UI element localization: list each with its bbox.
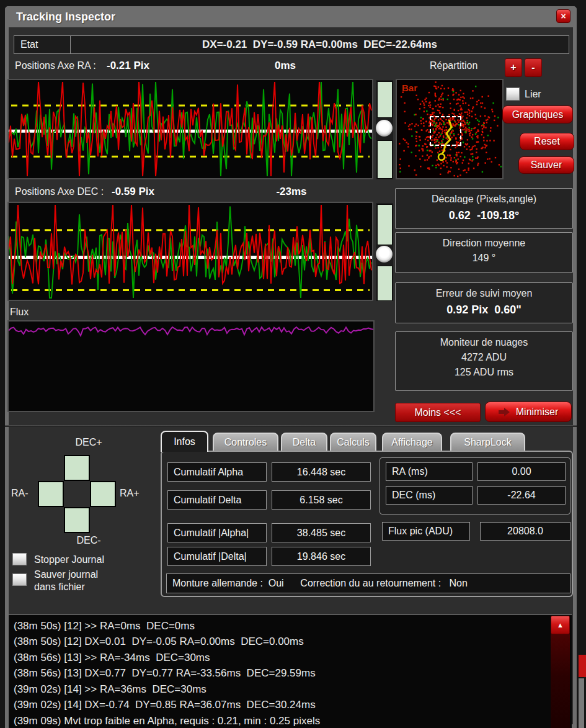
cumulatif-abs-alpha-value: 38.485 sec	[272, 523, 371, 542]
ra-scale-slider	[376, 80, 393, 179]
background-window-fragment-red	[579, 655, 586, 677]
scroll-up-icon: ▲	[557, 621, 564, 629]
tab-affichage[interactable]: Affichage	[382, 433, 442, 451]
ra-ms-value: 0ms	[236, 60, 335, 72]
flux-waveform	[9, 321, 373, 411]
ra-graph	[7, 79, 373, 179]
flux-pic-label: Flux pic (ADU)	[382, 522, 470, 541]
direction-title: Direction moyenne	[443, 238, 525, 249]
dec-slider-track-bottom	[377, 266, 393, 301]
minimize-arrow-icon	[499, 408, 511, 416]
window-titlebar: Tracking Inspector	[5, 6, 577, 27]
page-title: Tracking Inspector	[16, 11, 115, 24]
cumulatif-abs-delta-label: Cumulatif |Delta|	[167, 547, 267, 566]
nuages-box: Moniteur de nuages 4272 ADU 125 ADU rms	[395, 331, 573, 391]
log-line: (38m 50s) [12] >> RA=0ms DEC=0ms	[14, 620, 195, 632]
nuages-adu: 4272 ADU	[461, 352, 507, 363]
close-button[interactable]: ×	[556, 9, 570, 23]
flux-graph	[7, 320, 375, 412]
etat-label: Etat	[14, 36, 71, 53]
stopper-journal-checkbox[interactable]	[12, 553, 27, 565]
scatter-bar-label: Bar	[402, 83, 417, 93]
sauver-journal-label-line2: dans fichier	[34, 582, 85, 593]
ra-ms-label: RA (ms)	[386, 462, 473, 481]
tab-infos[interactable]: Infos	[161, 431, 208, 452]
dec-scale-slider	[376, 203, 393, 301]
dec-plus-button[interactable]	[64, 455, 90, 481]
erreur-box: Erreur de suivi moyen 0.92 Pix 0.60"	[395, 282, 573, 323]
dec-ms-field-value: -22.64	[477, 486, 566, 505]
log-line: (39m 02s) [14] DX=-0.74 DY=0.85 RA=36.07…	[14, 699, 316, 711]
cumulatif-delta-label: Cumulatif Delta	[167, 490, 267, 510]
flux-pic-value: 20808.0	[480, 522, 570, 541]
zoom-plus-button[interactable]: +	[505, 58, 522, 77]
graphiques-button[interactable]: Graphiques	[502, 106, 573, 124]
lock-region-box	[430, 116, 461, 146]
decalage-value: 0.62 -109.18°	[449, 209, 519, 222]
nuages-rms: 125 ADU rms	[455, 367, 513, 378]
ra-slider-knob[interactable]	[376, 120, 393, 137]
ra-slider-track-top	[377, 81, 393, 118]
decalage-box: Décalage (Pixels,angle) 0.62 -109.18°	[395, 188, 573, 229]
dec-ms-label: DEC (ms)	[386, 486, 473, 505]
dec-graph	[7, 202, 373, 301]
lier-checkbox[interactable]	[506, 88, 520, 101]
dec-slider-knob[interactable]	[376, 246, 393, 263]
sauver-journal-label-line1: Sauver journal	[34, 569, 98, 580]
tab-calculs[interactable]: Calculs	[330, 433, 376, 451]
log-scrollbar-track[interactable]	[551, 634, 570, 728]
nuages-title: Moniteur de nuages	[440, 337, 528, 348]
log-scroll-up-button[interactable]: ▲	[551, 616, 570, 634]
cumulatif-delta-value: 6.158 sec	[272, 490, 371, 510]
log-line: (38m 50s) [12] DX=0.01 DY=-0.05 RA=0.00m…	[14, 636, 304, 648]
zoom-minus-button[interactable]: -	[525, 58, 542, 77]
close-icon: ×	[561, 12, 566, 20]
sauver-journal-checkbox[interactable]	[12, 573, 27, 586]
erreur-title: Erreur de suivi moyen	[436, 288, 533, 299]
decalage-title: Décalage (Pixels,angle)	[432, 194, 536, 205]
monture-status: Monture allemande : Oui Correction du au…	[166, 573, 570, 593]
sauver-button[interactable]: Sauver	[518, 156, 574, 174]
flux-label: Flux	[10, 307, 29, 318]
dec-minus-button[interactable]	[64, 507, 90, 533]
tab-controles[interactable]: Controles	[213, 433, 278, 451]
minimiser-button[interactable]: Minimiser	[485, 402, 572, 422]
ra-pix-value: -0.21 Pix	[107, 60, 149, 72]
cumulatif-abs-delta-value: 19.846 sec	[272, 547, 371, 566]
stopper-journal-label: Stopper Journal	[34, 554, 104, 565]
dec-slider-track-top	[377, 204, 393, 245]
dec-axis-label: Positions Axe DEC :	[15, 186, 104, 197]
cumulatif-abs-alpha-label: Cumulatif |Alpha|	[167, 523, 267, 542]
repartition-label: Répartition	[430, 60, 477, 71]
ra-minus-label: RA-	[11, 488, 29, 499]
erreur-value: 0.92 Pix 0.60"	[446, 303, 522, 317]
ra-axis-label: Positions Axe RA :	[15, 60, 96, 71]
etat-value: DX=-0.21 DY=-0.59 RA=0.00ms DEC=-22.64ms	[71, 36, 569, 53]
moins-button[interactable]: Moins <<<	[395, 403, 481, 422]
ra-ms-field-value: 0.00	[477, 462, 566, 481]
etat-row: Etat DX=-0.21 DY=-0.59 RA=0.00ms DEC=-22…	[14, 35, 569, 54]
lier-label: Lier	[525, 89, 541, 100]
tab-delta[interactable]: Delta	[281, 433, 327, 451]
ra-slider-track-bottom	[377, 140, 393, 179]
ra-waveform	[9, 80, 372, 178]
reset-button[interactable]: Reset	[520, 133, 574, 150]
log-area: (38m 50s) [12] >> RA=0ms DEC=0ms (38m 50…	[9, 614, 572, 728]
direction-value: 149 °	[473, 253, 496, 264]
log-line: (38m 56s) [13] DX=0.77 DY=0.77 RA=-33.56…	[14, 667, 316, 680]
log-line: (38m 56s) [13] >> RA=-34ms DEC=30ms	[14, 652, 210, 664]
direction-box: Direction moyenne 149 °	[395, 232, 573, 273]
ra-plus-label: RA+	[120, 488, 140, 499]
section-divider	[5, 425, 577, 427]
cumulatif-alpha-label: Cumulatif Alpha	[167, 462, 267, 482]
log-line: (39m 09s) Mvt trop faible en Alpha, requ…	[14, 715, 320, 727]
dec-pix-value: -0.59 Pix	[112, 186, 154, 198]
desktop-background: Tracking Inspector × Etat DX=-0.21 DY=-0…	[0, 0, 586, 728]
tab-sharplock[interactable]: SharpLock	[450, 433, 525, 451]
ra-minus-button[interactable]	[38, 481, 64, 507]
dec-minus-label: DEC-	[62, 535, 115, 546]
background-window-fragment-gray	[579, 678, 584, 728]
dec-plus-label: DEC+	[62, 437, 115, 448]
ra-plus-button[interactable]	[90, 481, 116, 507]
dec-waveform	[9, 203, 372, 300]
